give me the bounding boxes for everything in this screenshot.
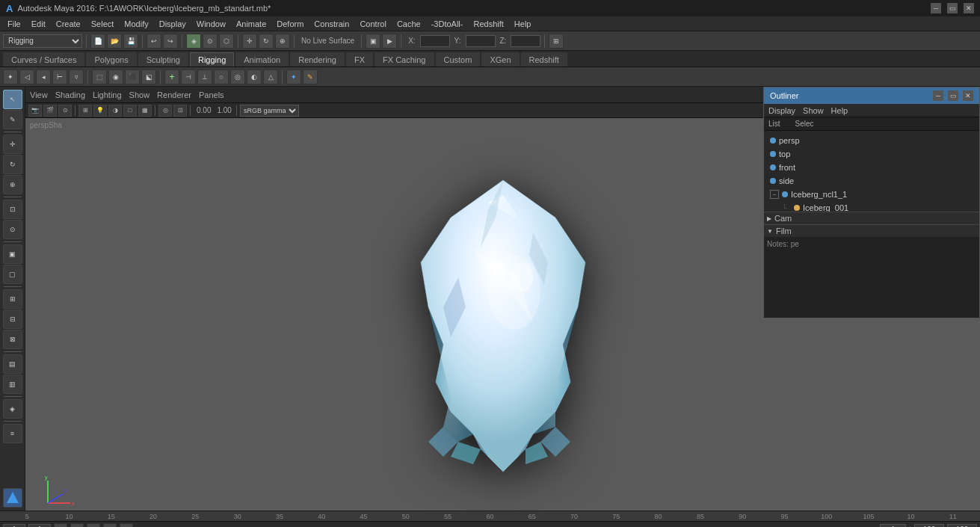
outliner-menu-help[interactable]: Help [831, 106, 848, 115]
scale-btn[interactable]: ⊕ [275, 34, 290, 49]
tab-sculpting[interactable]: Sculpting [138, 52, 188, 67]
vp-menu-renderer[interactable]: Renderer [157, 90, 191, 99]
menu-3dtool[interactable]: -3DtoAll- [427, 18, 468, 30]
snap-btn[interactable]: ⊡ [3, 200, 22, 219]
outliner-item-side[interactable]: side [764, 174, 979, 188]
rig-pt-btn[interactable]: ⊥ [197, 70, 212, 84]
rig-cluster-btn[interactable]: ◉ [108, 70, 123, 84]
save-scene-btn[interactable]: 💾 [123, 34, 138, 49]
render-small-btn[interactable]: ▢ [3, 265, 22, 284]
rig-ik-btn[interactable]: ◂ [36, 70, 51, 84]
module-dropdown[interactable]: Rigging Curves / Surfaces Polygons Sculp… [3, 34, 82, 48]
menu-display[interactable]: Display [155, 18, 191, 30]
vp-menu-panels[interactable]: Panels [199, 90, 224, 99]
menu-animate[interactable]: Animate [232, 18, 271, 30]
rig-lattice-btn[interactable]: ⬛ [125, 70, 140, 84]
menu-redshift[interactable]: Redshift [469, 18, 508, 30]
rig-wire-btn[interactable]: ⬕ [141, 70, 156, 84]
color-space-select[interactable]: sRGB gamma [240, 105, 299, 117]
coord-y[interactable] [466, 35, 496, 47]
history-btn[interactable]: ⊙ [3, 220, 22, 239]
rig-scl-btn[interactable]: △ [263, 70, 278, 84]
grid-btn[interactable]: ⊞ [549, 34, 564, 49]
paint-btn[interactable]: ✎ [3, 110, 22, 129]
play-btn[interactable]: ▶ [87, 523, 100, 528]
paint-sel-btn[interactable]: ⬡ [219, 34, 234, 49]
rig-jt-btn[interactable]: ◁ [19, 70, 34, 84]
vp-wireframe-icon[interactable]: □ [123, 105, 137, 117]
prev-frame-btn[interactable]: ◀ [70, 523, 84, 528]
jump-start-btn[interactable]: ⏮ [54, 523, 67, 528]
outliner-menu-display[interactable]: Display [768, 106, 795, 115]
vp-cam-icon[interactable]: 📷 [28, 105, 42, 117]
lasso-btn[interactable]: ⊙ [203, 34, 218, 49]
move-tool-btn[interactable]: ✛ [3, 135, 22, 154]
vp-menu-show[interactable]: Show [129, 90, 150, 99]
outliner-restore-btn[interactable]: ▭ [948, 90, 958, 101]
vp-isolate-icon[interactable]: ◎ [158, 105, 172, 117]
start-frame-input[interactable] [3, 524, 25, 528]
vp-tex-icon[interactable]: ▦ [138, 105, 152, 117]
film-section-header[interactable]: ▼ Film [764, 225, 979, 237]
panel-btn[interactable]: ▤ [3, 354, 22, 374]
range-start-input[interactable] [880, 524, 906, 528]
menu-help[interactable]: Help [510, 18, 536, 30]
vp-lights-icon[interactable]: 💡 [93, 105, 107, 117]
next-frame-btn[interactable]: ▶ [103, 523, 117, 528]
quick-sel-btn[interactable]: ◈ [3, 399, 22, 419]
misc-btn[interactable]: ≡ [3, 424, 22, 443]
menu-select[interactable]: Select [87, 18, 119, 30]
menu-edit[interactable]: Edit [27, 18, 50, 30]
menu-file[interactable]: File [3, 18, 25, 30]
rig-par-btn[interactable]: ◐ [247, 70, 262, 84]
obj-vis-btn[interactable]: ⊟ [3, 309, 22, 329]
select-mode-btn[interactable]: ↖ [3, 90, 22, 109]
channel-btn[interactable]: ▥ [3, 375, 22, 394]
vp-grid-icon[interactable]: ⊞ [78, 105, 92, 117]
cam-section-header[interactable]: ▶ Cam [764, 212, 979, 224]
tab-curves[interactable]: Curves / Surfaces [3, 52, 84, 67]
vp-menu-view[interactable]: View [30, 90, 48, 99]
tab-fx-caching[interactable]: FX Caching [375, 52, 434, 67]
grid-vis-btn[interactable]: ⊞ [3, 289, 22, 309]
redo-btn[interactable]: ↪ [163, 34, 178, 49]
rig-skin-btn[interactable]: ✦ [286, 70, 301, 84]
render-settings-btn[interactable]: ▣ [366, 34, 380, 49]
menu-deform[interactable]: Deform [272, 18, 308, 30]
attr-btn[interactable]: ⊠ [3, 330, 22, 349]
end-frame-input[interactable] [947, 524, 977, 528]
move-btn[interactable]: ✛ [242, 34, 257, 49]
vp-hud-icon[interactable]: ⊡ [173, 105, 187, 117]
tab-xgen[interactable]: XGen [481, 52, 519, 67]
undo-btn[interactable]: ↩ [147, 34, 161, 49]
outliner-item-iceberg-ncl[interactable]: − Iceberg_ncl1_1 [764, 188, 979, 201]
rig-orient-btn[interactable]: ○ [214, 70, 229, 84]
tab-custom[interactable]: Custom [436, 52, 481, 67]
vp-shading-icon[interactable]: ◑ [108, 105, 122, 117]
rig-add-btn[interactable]: + [164, 70, 179, 84]
restore-button[interactable]: ▭ [947, 3, 958, 13]
outliner-close-btn[interactable]: ✕ [963, 90, 973, 101]
rig-deform-btn[interactable]: ⬚ [92, 70, 107, 84]
menu-window[interactable]: Window [192, 18, 230, 30]
vp-film-icon[interactable]: 🎬 [43, 105, 57, 117]
outliner-item-front[interactable]: front [764, 161, 979, 174]
minimize-button[interactable]: ─ [931, 3, 941, 13]
outliner-item-top[interactable]: top [764, 147, 979, 161]
vp-select-icon[interactable]: ⊙ [58, 105, 72, 117]
menu-modify[interactable]: Modify [120, 18, 152, 30]
rig-con-btn[interactable]: ⊣ [181, 70, 196, 84]
vp-menu-shading[interactable]: Shading [55, 90, 85, 99]
coord-x[interactable] [420, 35, 450, 47]
outliner-menu-show[interactable]: Show [803, 106, 824, 115]
outliner-item-persp[interactable]: persp [764, 134, 979, 147]
tab-animation[interactable]: Animation [235, 52, 289, 67]
new-scene-btn[interactable]: 📄 [90, 34, 105, 49]
rotate-btn[interactable]: ↻ [259, 34, 274, 49]
rig-sel-btn[interactable]: ✦ [3, 70, 18, 84]
menu-create[interactable]: Create [52, 18, 85, 30]
render-view-btn[interactable]: ▣ [3, 244, 22, 264]
coord-z[interactable] [511, 35, 540, 47]
open-scene-btn[interactable]: 📂 [107, 34, 122, 49]
timeline[interactable]: 5 10 15 20 25 30 35 40 45 50 55 60 65 70… [0, 511, 980, 521]
